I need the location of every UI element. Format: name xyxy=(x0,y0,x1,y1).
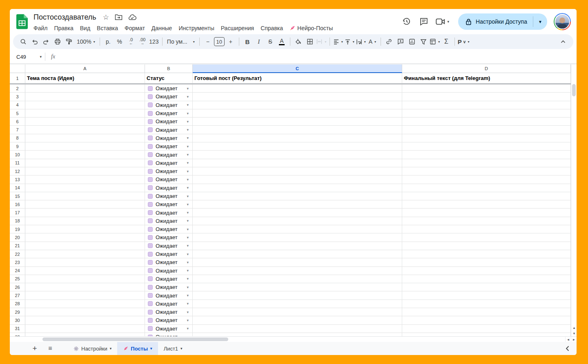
status-dropdown-arrow[interactable]: ▾ xyxy=(187,277,189,281)
cell-status[interactable]: Ожидает ▾ xyxy=(145,325,193,333)
row-number[interactable]: 7 xyxy=(10,126,25,133)
cell-topic[interactable] xyxy=(25,175,145,183)
status-dropdown-arrow[interactable]: ▾ xyxy=(187,136,189,140)
row-number[interactable]: 11 xyxy=(10,159,25,167)
cell-final-text[interactable] xyxy=(402,250,571,258)
cell-topic[interactable] xyxy=(25,134,145,142)
row-number[interactable]: 20 xyxy=(10,233,25,241)
cell-status[interactable]: Ожидает ▾ xyxy=(145,217,193,225)
cell-final-text[interactable] xyxy=(402,109,571,117)
status-dropdown-arrow[interactable]: ▾ xyxy=(187,103,189,107)
status-dropdown-arrow[interactable]: ▾ xyxy=(187,252,189,256)
cell-topic[interactable] xyxy=(25,159,145,167)
increase-decimal-button[interactable]: .00→ xyxy=(137,36,148,47)
status-dropdown-arrow[interactable]: ▾ xyxy=(187,144,189,149)
menu-item[interactable]: Формат xyxy=(121,24,148,33)
horizontal-align-button[interactable]: ▾ xyxy=(333,36,343,47)
redo-button[interactable] xyxy=(41,36,51,47)
decrease-decimal-button[interactable]: .0← xyxy=(126,36,136,47)
cell-status[interactable]: Ожидает ▾ xyxy=(145,275,193,283)
cell-result[interactable] xyxy=(193,134,402,142)
horizontal-scrollbar-thumb[interactable] xyxy=(42,337,228,341)
row-number[interactable]: 21 xyxy=(10,242,25,250)
text-rotation-button[interactable]: A▾ xyxy=(367,36,378,47)
vertical-align-button[interactable]: ▾ xyxy=(344,36,355,47)
vertical-scrollbar[interactable]: ▲ ▼ xyxy=(571,64,577,336)
cell-final-text[interactable] xyxy=(402,283,571,291)
cell-status[interactable]: Ожидает ▾ xyxy=(145,333,193,336)
row-number[interactable]: 9 xyxy=(10,142,25,150)
cell-status[interactable]: Ожидает ▾ xyxy=(145,118,193,125)
cell-topic[interactable] xyxy=(25,233,145,241)
formula-input[interactable] xyxy=(55,50,577,64)
functions-button[interactable]: Σ xyxy=(441,36,452,47)
menu-item[interactable]: Правка xyxy=(51,24,76,33)
cell-topic[interactable] xyxy=(25,126,145,133)
move-folder-icon[interactable] xyxy=(115,14,122,20)
sheet-tab-list1[interactable]: Лист1 ▾ xyxy=(158,342,188,355)
cell-final-text[interactable] xyxy=(402,167,571,175)
cell-result[interactable] xyxy=(193,142,402,150)
scroll-left-button[interactable]: ◄ xyxy=(565,337,571,342)
cell-topic[interactable] xyxy=(25,325,145,333)
zoom-select[interactable]: 100%▾ xyxy=(75,36,97,47)
column-header-c[interactable]: C xyxy=(193,64,402,73)
row-number[interactable]: 28 xyxy=(10,300,25,308)
cell-topic[interactable] xyxy=(25,200,145,208)
namebox-dropdown-arrow[interactable]: ▾ xyxy=(40,55,42,59)
status-dropdown-arrow[interactable]: ▾ xyxy=(187,128,189,132)
status-dropdown-arrow[interactable]: ▾ xyxy=(187,153,189,157)
cell-topic[interactable] xyxy=(25,84,145,92)
tab-dropdown-arrow[interactable]: ▾ xyxy=(110,346,112,351)
cell-status[interactable]: Ожидает ▾ xyxy=(145,126,193,133)
cell-result[interactable] xyxy=(193,93,402,100)
status-dropdown-arrow[interactable]: ▾ xyxy=(187,95,189,99)
cell-final-text[interactable] xyxy=(402,209,571,216)
account-avatar[interactable] xyxy=(554,13,571,30)
cell-status[interactable]: Ожидает ▾ xyxy=(145,242,193,250)
cell-result[interactable] xyxy=(193,151,402,158)
row-number[interactable]: 27 xyxy=(10,291,25,299)
cell-result[interactable] xyxy=(193,300,402,308)
status-dropdown-arrow[interactable]: ▾ xyxy=(187,202,189,206)
row-number[interactable]: 5 xyxy=(10,109,25,117)
cell-final-text[interactable] xyxy=(402,200,571,208)
cell-final-text[interactable] xyxy=(402,175,571,183)
insert-chart-button[interactable] xyxy=(407,36,417,47)
cell-result[interactable] xyxy=(193,233,402,241)
font-size-input[interactable]: 10 xyxy=(214,37,225,46)
cell-final-text[interactable] xyxy=(402,217,571,225)
cell-topic[interactable] xyxy=(25,275,145,283)
add-sheet-button[interactable]: + xyxy=(29,343,41,354)
paint-format-button[interactable] xyxy=(64,36,74,47)
cell-result[interactable] xyxy=(193,333,402,336)
row-number[interactable]: 10 xyxy=(10,151,25,158)
search-menus-button[interactable] xyxy=(18,36,29,47)
status-dropdown-arrow[interactable]: ▾ xyxy=(187,211,189,215)
column-header-a[interactable]: A xyxy=(25,64,145,73)
cell-result[interactable] xyxy=(193,267,402,275)
row-number[interactable]: 4 xyxy=(10,101,25,109)
cell-topic[interactable] xyxy=(25,217,145,225)
cell-result[interactable] xyxy=(193,291,402,299)
cell-final-text[interactable] xyxy=(402,126,571,133)
cell-final-text[interactable] xyxy=(402,308,571,316)
cell-result[interactable] xyxy=(193,159,402,167)
row-number[interactable]: 16 xyxy=(10,200,25,208)
undo-button[interactable] xyxy=(29,36,40,47)
cell-final-text[interactable] xyxy=(402,101,571,109)
row-number[interactable]: 25 xyxy=(10,275,25,283)
insert-link-button[interactable] xyxy=(384,36,394,47)
strikethrough-button[interactable]: S xyxy=(265,36,276,47)
italic-button[interactable]: I xyxy=(254,36,264,47)
row-number[interactable]: 12 xyxy=(10,167,25,175)
cell-status[interactable]: Ожидает ▾ xyxy=(145,192,193,200)
row-number[interactable]: 18 xyxy=(10,217,25,225)
hide-menus-button[interactable] xyxy=(558,36,568,47)
cell-topic[interactable] xyxy=(25,167,145,175)
print-button[interactable] xyxy=(52,36,63,47)
row-number[interactable]: 22 xyxy=(10,250,25,258)
row-number[interactable]: 30 xyxy=(10,316,25,324)
decrease-font-size-button[interactable]: − xyxy=(203,36,213,47)
row-number[interactable]: 14 xyxy=(10,184,25,192)
